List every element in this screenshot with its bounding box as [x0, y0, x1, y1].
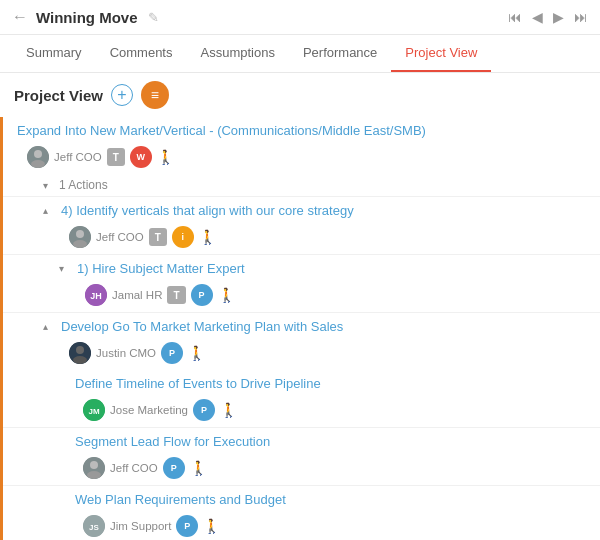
header: ← Winning Move ✎ ⏮ ◀ ▶ ⏭ — [0, 0, 600, 35]
avatar-jeff-2 — [69, 226, 91, 248]
list-item: Web Plan Requirements and Budget JS Jim … — [3, 486, 600, 540]
tab-assumptions[interactable]: Assumptions — [186, 35, 288, 72]
svg-text:JM: JM — [88, 407, 99, 416]
person-justin: Justin CMO — [96, 347, 156, 359]
list-item: ▴ 4) Identify verticals that align with … — [3, 197, 600, 254]
item-identify-row: ▴ 4) Identify verticals that align with … — [3, 197, 600, 224]
page-title: Winning Move — [36, 9, 138, 26]
nav-next-button[interactable]: ▶ — [553, 9, 564, 25]
item-gtm-row: ▴ Develop Go To Market Marketing Plan wi… — [3, 313, 600, 340]
add-button[interactable]: + — [111, 84, 133, 106]
svg-point-5 — [73, 240, 87, 248]
badge-p-4: P — [163, 457, 185, 479]
badge-w: W — [130, 146, 152, 168]
item-identify-link[interactable]: 4) Identify verticals that align with ou… — [61, 203, 354, 218]
item-timeline-row: Define Timeline of Events to Drive Pipel… — [3, 370, 600, 397]
project-section: Expand Into New Market/Vertical - (Commu… — [0, 117, 600, 540]
item-timeline-link[interactable]: Define Timeline of Events to Drive Pipel… — [75, 376, 321, 391]
tab-project-view[interactable]: Project View — [391, 35, 491, 72]
chevron-gtm[interactable]: ▴ — [43, 321, 55, 332]
avatar-jeff-3 — [83, 457, 105, 479]
avatar-jim: JS — [83, 515, 105, 537]
item-gtm-meta: Justin CMO P 🚶 — [3, 340, 600, 370]
company-badge-t: T — [107, 148, 125, 166]
actions-row: ▾ 1 Actions — [3, 174, 600, 196]
item-webplan-meta: JS Jim Support P 🚶 — [3, 513, 600, 540]
tab-bar: Summary Comments Assumptions Performance… — [0, 35, 600, 73]
person-jeff-coo: Jeff COO — [54, 151, 102, 163]
avatar-justin — [69, 342, 91, 364]
person-jim: Jim Support — [110, 520, 171, 532]
project-title-row: Expand Into New Market/Vertical - (Commu… — [3, 117, 600, 144]
walk-icon-orange: 🚶 — [157, 149, 174, 165]
person-jeff-3: Jeff COO — [110, 462, 158, 474]
svg-point-15 — [87, 471, 101, 479]
badge-p-1: P — [191, 284, 213, 306]
walk-icon-blue-6: 🚶 — [203, 518, 220, 534]
item-webplan-row: Web Plan Requirements and Budget — [3, 486, 600, 513]
tab-summary[interactable]: Summary — [12, 35, 96, 72]
nav-prev-button[interactable]: ◀ — [532, 9, 543, 25]
badge-t-3: T — [167, 286, 185, 304]
svg-point-4 — [76, 230, 84, 238]
svg-point-10 — [73, 356, 87, 364]
avatar-jeff — [27, 146, 49, 168]
list-item: Define Timeline of Events to Drive Pipel… — [3, 370, 600, 427]
walk-icon-blue-5: 🚶 — [190, 460, 207, 476]
edit-icon[interactable]: ✎ — [148, 10, 159, 25]
badge-p-5: P — [176, 515, 198, 537]
chevron-hire[interactable]: ▾ — [59, 263, 71, 274]
item-gtm-link[interactable]: Develop Go To Market Marketing Plan with… — [61, 319, 343, 334]
chevron-identify[interactable]: ▴ — [43, 205, 55, 216]
actions-count: 1 Actions — [59, 178, 108, 192]
svg-text:JS: JS — [89, 523, 99, 532]
svg-point-14 — [90, 461, 98, 469]
filter-button[interactable]: ≡ — [141, 81, 169, 109]
badge-p-2: P — [161, 342, 183, 364]
walk-icon-blue-1: 🚶 — [199, 229, 216, 245]
person-jeff-2: Jeff COO — [96, 231, 144, 243]
item-timeline-meta: JM Jose Marketing P 🚶 — [3, 397, 600, 427]
avatar-jose: JM — [83, 399, 105, 421]
person-jamal: Jamal HR — [112, 289, 162, 301]
nav-last-button[interactable]: ⏭ — [574, 9, 588, 25]
nav-controls: ⏮ ◀ ▶ ⏭ — [508, 9, 588, 25]
avatar-jamal: JH — [85, 284, 107, 306]
view-title: Project View — [14, 87, 103, 104]
item-segment-row: Segment Lead Flow for Execution — [3, 428, 600, 455]
tab-performance[interactable]: Performance — [289, 35, 391, 72]
badge-t-2: T — [149, 228, 167, 246]
toolbar: Project View + ≡ — [0, 73, 600, 117]
svg-point-9 — [76, 346, 84, 354]
item-hire-meta: JH Jamal HR T P 🚶 — [3, 282, 600, 312]
walk-icon-blue-2: 🚶 — [218, 287, 235, 303]
badge-i: i — [172, 226, 194, 248]
project-title-link[interactable]: Expand Into New Market/Vertical - (Commu… — [17, 123, 426, 138]
list-item: Segment Lead Flow for Execution Jeff COO… — [3, 428, 600, 485]
badge-p-3: P — [193, 399, 215, 421]
item-hire-row: ▾ 1) Hire Subject Matter Expert — [3, 255, 600, 282]
item-segment-meta: Jeff COO P 🚶 — [3, 455, 600, 485]
item-segment-link[interactable]: Segment Lead Flow for Execution — [75, 434, 270, 449]
list-item: ▴ Develop Go To Market Marketing Plan wi… — [3, 313, 600, 370]
item-webplan-link[interactable]: Web Plan Requirements and Budget — [75, 492, 286, 507]
tab-comments[interactable]: Comments — [96, 35, 187, 72]
chevron-actions[interactable]: ▾ — [43, 180, 55, 191]
svg-point-1 — [34, 150, 42, 158]
walk-icon-blue-4: 🚶 — [220, 402, 237, 418]
project-meta-row: Jeff COO T W 🚶 — [3, 144, 600, 174]
svg-point-2 — [31, 160, 45, 168]
nav-first-button[interactable]: ⏮ — [508, 9, 522, 25]
back-button[interactable]: ← — [12, 8, 28, 26]
item-identify-meta: Jeff COO T i 🚶 — [3, 224, 600, 254]
list-item: ▾ 1) Hire Subject Matter Expert JH Jamal… — [3, 255, 600, 312]
content-area: Expand Into New Market/Vertical - (Commu… — [0, 117, 600, 540]
item-hire-link[interactable]: 1) Hire Subject Matter Expert — [77, 261, 245, 276]
walk-icon-blue-3: 🚶 — [188, 345, 205, 361]
svg-text:JH: JH — [90, 291, 102, 301]
person-jose: Jose Marketing — [110, 404, 188, 416]
